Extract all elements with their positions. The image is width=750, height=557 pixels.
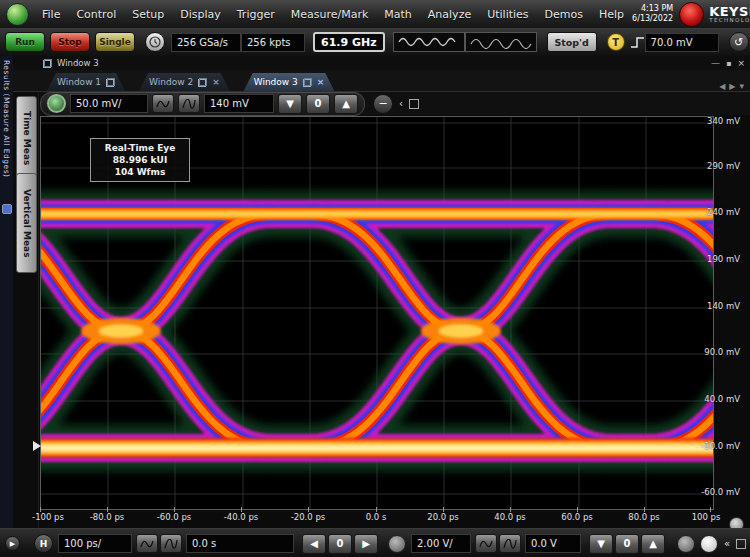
x-tick-label: -20.0 ps [291, 512, 326, 522]
wave-large-icon [182, 99, 196, 109]
offset-zero-button[interactable]: 0 [306, 94, 330, 114]
secondary-offset-field[interactable]: 0.0 V [525, 534, 581, 553]
memory-depth-field[interactable]: 256 kpts [241, 33, 305, 52]
panel-popout-icon[interactable] [736, 539, 746, 549]
timebase-wave-large-button[interactable] [160, 534, 182, 553]
timebase-wave-small-button[interactable] [136, 534, 158, 553]
acq-status-button[interactable]: Stop'd [547, 32, 597, 52]
sine-wave-icon [469, 35, 533, 49]
app-logo-icon[interactable] [6, 3, 29, 26]
position-right-button[interactable]: ▶ [354, 534, 378, 554]
secondary-wave-large-button[interactable] [499, 534, 521, 553]
secondary-zero-button[interactable]: 0 [615, 534, 639, 554]
menu-utilities[interactable]: Utilities [479, 8, 536, 21]
sidebar-tab-vertical-meas[interactable]: Vertical Meas [16, 173, 37, 273]
acquisition-toolbar: Run Stop Single 256 GSa/s 256 kpts 61.9 … [0, 28, 750, 57]
channel-1-icon[interactable] [47, 94, 66, 113]
y-axis-labels: 340 mV 290 mV 240 mV 190 mV 140 mV 90.0 … [698, 0, 745, 557]
duplicate-icon[interactable] [198, 78, 207, 87]
clock-time: 4:13 PM [632, 4, 673, 14]
duplicate-icon[interactable] [303, 78, 312, 87]
bandwidth-field[interactable]: 61.9 GHz [313, 32, 385, 52]
tab-window-1[interactable]: Window 1 [47, 73, 125, 91]
x-tick-label: 60.0 ps [561, 512, 592, 522]
horizontal-position-field[interactable]: 0.0 s [186, 534, 294, 553]
duplicate-icon[interactable] [106, 78, 115, 87]
secondary-wave-small-button[interactable] [475, 534, 497, 553]
tab-window-3[interactable]: Window 3 × [244, 73, 335, 91]
tab-label: Window 3 [254, 77, 298, 87]
timebase-field[interactable]: 100 ps/ [58, 534, 132, 553]
menu-file[interactable]: File [34, 8, 68, 21]
window-icon [43, 59, 52, 68]
menu-help[interactable]: Help [591, 8, 632, 21]
menu-display[interactable]: Display [172, 8, 229, 21]
tab-close-icon[interactable]: × [317, 77, 325, 87]
scale-wave-large-button[interactable] [178, 94, 200, 113]
x-tick-label: 80.0 ps [628, 512, 659, 522]
y-tick-label: 40.0 mV [704, 394, 740, 404]
clock-icon[interactable] [145, 32, 165, 52]
chevron-left-icon: ◀ [310, 538, 318, 549]
position-zero-button[interactable]: 0 [328, 534, 352, 554]
stop-button[interactable]: Stop [50, 32, 90, 52]
x-tick-label: 0.0 s [366, 512, 387, 522]
menu-demos[interactable]: Demos [537, 8, 591, 21]
y-tick-label: 240 mV [707, 207, 740, 217]
clock-date: 6/13/2022 [632, 14, 673, 24]
waveform-preview-1[interactable] [393, 32, 465, 52]
clock-glyph [149, 36, 161, 48]
x-axis-labels: -100 ps -80.0 ps -60.0 ps -40.0 ps -20.0… [0, 512, 750, 526]
secondary-up-button[interactable]: ▲ [641, 534, 665, 554]
chevron-down-icon: ▼ [286, 98, 294, 109]
y-tick-label: 140 mV [707, 301, 740, 311]
menu-trigger[interactable]: Trigger [229, 8, 283, 21]
panel-collapse-icon[interactable]: « [724, 538, 730, 549]
chevron-up-icon: ▲ [649, 538, 657, 549]
run-button[interactable]: Run [5, 32, 45, 52]
panel-option-icon[interactable] [677, 535, 695, 553]
tab-label: Window 2 [149, 77, 193, 87]
menu-bar: File Control Setup Display Trigger Measu… [0, 0, 750, 29]
sidebar-tab-time-meas[interactable]: Time Meas [16, 96, 37, 180]
x-tick-label: -40.0 ps [224, 512, 259, 522]
chevron-right-icon: ▶ [10, 540, 15, 548]
rising-edge-icon[interactable] [630, 35, 645, 50]
menu-setup[interactable]: Setup [124, 8, 172, 21]
marker-source-icon[interactable] [388, 535, 406, 553]
bar-popout-icon[interactable] [409, 99, 419, 109]
expand-panel-icon[interactable]: ▶ [5, 536, 20, 551]
eye-info-ui: 88.996 kUI [93, 154, 187, 166]
panel-option-2-icon[interactable] [700, 535, 718, 553]
sample-rate-field[interactable]: 256 GSa/s [171, 33, 241, 52]
secondary-down-button[interactable]: ▼ [589, 534, 613, 554]
offset-up-button[interactable]: ▲ [334, 94, 358, 114]
eye-info-box[interactable]: Real-Time Eye 88.996 kUI 104 Wfms [90, 138, 190, 182]
results-panel-label[interactable]: Results (Measure All Edges) [2, 60, 11, 178]
waveform-preview-2[interactable] [465, 32, 537, 52]
position-left-button[interactable]: ◀ [302, 534, 326, 554]
menu-analyze[interactable]: Analyze [420, 8, 479, 21]
eye-info-wfms: 104 Wfms [93, 166, 187, 178]
menu-math[interactable]: Math [376, 8, 420, 21]
offset-down-button[interactable]: ▼ [278, 94, 302, 114]
eye-crossing-glows [81, 318, 501, 344]
single-button[interactable]: Single [95, 32, 135, 52]
trigger-source-icon[interactable]: T [607, 33, 625, 51]
x-tick-label: 40.0 ps [494, 512, 525, 522]
results-panel-icon[interactable] [2, 204, 12, 214]
menu-control[interactable]: Control [68, 8, 124, 21]
horizontal-icon[interactable]: H [34, 534, 53, 553]
tab-close-icon[interactable]: × [212, 77, 220, 87]
secondary-scale-field[interactable]: 2.00 V/ [411, 534, 471, 553]
scale-wave-small-button[interactable] [152, 94, 174, 113]
channel-reference-marker-icon[interactable] [33, 441, 41, 451]
minus-icon: − [378, 97, 387, 110]
bar-collapse-left-icon[interactable]: ‹ [399, 98, 403, 109]
y-tick-label: -60.0 mV [701, 487, 740, 497]
menu-measure-mark[interactable]: Measure/Mark [283, 8, 377, 21]
tab-window-2[interactable]: Window 2 × [139, 73, 230, 91]
vertical-scale-field[interactable]: 50.0 mV/ [70, 94, 148, 113]
vertical-offset-field[interactable]: 140 mV [204, 94, 274, 113]
collapse-bar-button[interactable]: − [373, 94, 393, 114]
